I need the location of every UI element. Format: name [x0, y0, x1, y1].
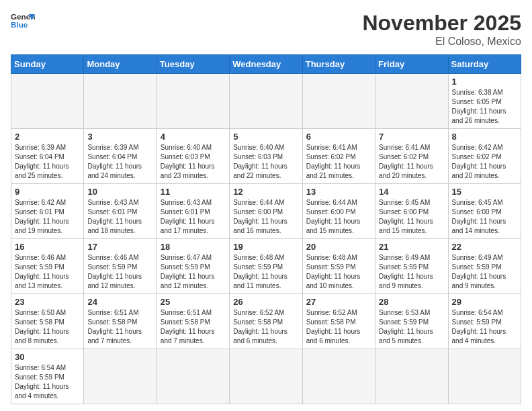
calendar-cell: 10Sunrise: 6:43 AMSunset: 6:01 PMDayligh…: [84, 184, 157, 239]
day-info: Sunrise: 6:46 AMSunset: 5:59 PMDaylight:…: [87, 253, 152, 291]
day-info: Sunrise: 6:54 AMSunset: 5:59 PMDaylight:…: [15, 363, 80, 401]
calendar-cell: [302, 349, 375, 404]
day-info: Sunrise: 6:48 AMSunset: 5:59 PMDaylight:…: [233, 253, 298, 291]
day-info: Sunrise: 6:51 AMSunset: 5:58 PMDaylight:…: [161, 308, 226, 346]
day-number: 23: [15, 297, 80, 307]
calendar-week-row-5: 23Sunrise: 6:50 AMSunset: 5:58 PMDayligh…: [11, 294, 521, 349]
calendar-cell: 12Sunrise: 6:44 AMSunset: 6:00 PMDayligh…: [230, 184, 302, 239]
day-number: 20: [306, 242, 371, 252]
calendar-cell: 30Sunrise: 6:54 AMSunset: 5:59 PMDayligh…: [11, 349, 84, 404]
calendar-header-friday: Friday: [375, 55, 448, 74]
calendar-header-wednesday: Wednesday: [230, 55, 302, 74]
day-number: 22: [452, 242, 517, 252]
day-number: 24: [87, 297, 152, 307]
day-info: Sunrise: 6:45 AMSunset: 6:00 PMDaylight:…: [452, 198, 517, 236]
calendar-cell: 17Sunrise: 6:46 AMSunset: 5:59 PMDayligh…: [84, 239, 157, 294]
calendar-cell: 5Sunrise: 6:40 AMSunset: 6:03 PMDaylight…: [230, 129, 302, 184]
title-block: November 2025 El Coloso, Mexico: [362, 11, 521, 48]
generalblue-logo-icon: General Blue: [11, 11, 35, 30]
calendar-header-row: SundayMondayTuesdayWednesdayThursdayFrid…: [11, 55, 521, 74]
calendar-header-sunday: Sunday: [11, 55, 84, 74]
calendar-cell: 2Sunrise: 6:39 AMSunset: 6:04 PMDaylight…: [11, 129, 84, 184]
day-number: 2: [15, 132, 80, 142]
calendar-cell: 14Sunrise: 6:45 AMSunset: 6:00 PMDayligh…: [375, 184, 448, 239]
calendar-header-monday: Monday: [84, 55, 157, 74]
day-number: 30: [15, 352, 80, 362]
day-info: Sunrise: 6:45 AMSunset: 6:00 PMDaylight:…: [379, 198, 444, 236]
calendar-cell: [448, 349, 521, 404]
day-info: Sunrise: 6:43 AMSunset: 6:01 PMDaylight:…: [161, 198, 226, 236]
calendar-week-row-4: 16Sunrise: 6:46 AMSunset: 5:59 PMDayligh…: [11, 239, 521, 294]
day-number: 16: [15, 242, 80, 252]
calendar-cell: 22Sunrise: 6:49 AMSunset: 5:59 PMDayligh…: [448, 239, 521, 294]
calendar-cell: [84, 74, 157, 129]
day-number: 6: [306, 132, 371, 142]
day-info: Sunrise: 6:52 AMSunset: 5:58 PMDaylight:…: [306, 308, 371, 346]
day-info: Sunrise: 6:44 AMSunset: 6:00 PMDaylight:…: [306, 198, 371, 236]
day-number: 7: [379, 132, 444, 142]
calendar-cell: 23Sunrise: 6:50 AMSunset: 5:58 PMDayligh…: [11, 294, 84, 349]
day-number: 26: [233, 297, 298, 307]
day-number: 15: [452, 187, 517, 197]
day-info: Sunrise: 6:53 AMSunset: 5:59 PMDaylight:…: [379, 308, 444, 346]
day-number: 17: [87, 242, 152, 252]
calendar-cell: [375, 74, 448, 129]
calendar-cell: 15Sunrise: 6:45 AMSunset: 6:00 PMDayligh…: [448, 184, 521, 239]
calendar-cell: 4Sunrise: 6:40 AMSunset: 6:03 PMDaylight…: [157, 129, 229, 184]
day-info: Sunrise: 6:42 AMSunset: 6:01 PMDaylight:…: [15, 198, 80, 236]
day-info: Sunrise: 6:44 AMSunset: 6:00 PMDaylight:…: [233, 198, 298, 236]
calendar-header-saturday: Saturday: [448, 55, 521, 74]
day-number: 28: [379, 297, 444, 307]
day-number: 12: [233, 187, 298, 197]
day-info: Sunrise: 6:38 AMSunset: 6:05 PMDaylight:…: [452, 88, 517, 126]
day-number: 11: [161, 187, 226, 197]
calendar-cell: [375, 349, 448, 404]
calendar-cell: 25Sunrise: 6:51 AMSunset: 5:58 PMDayligh…: [157, 294, 229, 349]
calendar-week-row-1: 1Sunrise: 6:38 AMSunset: 6:05 PMDaylight…: [11, 74, 521, 129]
calendar-cell: 26Sunrise: 6:52 AMSunset: 5:58 PMDayligh…: [230, 294, 302, 349]
calendar-cell: 7Sunrise: 6:41 AMSunset: 6:02 PMDaylight…: [375, 129, 448, 184]
calendar-cell: 16Sunrise: 6:46 AMSunset: 5:59 PMDayligh…: [11, 239, 84, 294]
day-number: 27: [306, 297, 371, 307]
day-number: 25: [161, 297, 226, 307]
day-info: Sunrise: 6:49 AMSunset: 5:59 PMDaylight:…: [452, 253, 517, 291]
calendar-cell: 28Sunrise: 6:53 AMSunset: 5:59 PMDayligh…: [375, 294, 448, 349]
calendar-cell: 19Sunrise: 6:48 AMSunset: 5:59 PMDayligh…: [230, 239, 302, 294]
calendar-cell: [230, 74, 302, 129]
calendar-cell: 24Sunrise: 6:51 AMSunset: 5:58 PMDayligh…: [84, 294, 157, 349]
day-info: Sunrise: 6:52 AMSunset: 5:58 PMDaylight:…: [233, 308, 298, 346]
day-info: Sunrise: 6:48 AMSunset: 5:59 PMDaylight:…: [306, 253, 371, 291]
day-info: Sunrise: 6:47 AMSunset: 5:59 PMDaylight:…: [161, 253, 226, 291]
day-number: 14: [379, 187, 444, 197]
day-number: 3: [87, 132, 152, 142]
day-info: Sunrise: 6:49 AMSunset: 5:59 PMDaylight:…: [379, 253, 444, 291]
day-info: Sunrise: 6:43 AMSunset: 6:01 PMDaylight:…: [87, 198, 152, 236]
calendar-cell: 20Sunrise: 6:48 AMSunset: 5:59 PMDayligh…: [302, 239, 375, 294]
calendar-cell: 13Sunrise: 6:44 AMSunset: 6:00 PMDayligh…: [302, 184, 375, 239]
day-number: 9: [15, 187, 80, 197]
calendar-cell: 29Sunrise: 6:54 AMSunset: 5:59 PMDayligh…: [448, 294, 521, 349]
calendar-cell: [157, 74, 229, 129]
calendar-cell: 11Sunrise: 6:43 AMSunset: 6:01 PMDayligh…: [157, 184, 229, 239]
day-number: 1: [452, 77, 517, 87]
day-info: Sunrise: 6:40 AMSunset: 6:03 PMDaylight:…: [161, 143, 226, 181]
calendar-cell: 27Sunrise: 6:52 AMSunset: 5:58 PMDayligh…: [302, 294, 375, 349]
logo: General Blue: [11, 11, 35, 30]
calendar-cell: [302, 74, 375, 129]
day-number: 13: [306, 187, 371, 197]
day-info: Sunrise: 6:50 AMSunset: 5:58 PMDaylight:…: [15, 308, 80, 346]
calendar-table: SundayMondayTuesdayWednesdayThursdayFrid…: [11, 54, 521, 404]
calendar-header-tuesday: Tuesday: [157, 55, 229, 74]
calendar-week-row-3: 9Sunrise: 6:42 AMSunset: 6:01 PMDaylight…: [11, 184, 521, 239]
calendar-cell: [11, 74, 84, 129]
calendar-cell: 8Sunrise: 6:42 AMSunset: 6:02 PMDaylight…: [448, 129, 521, 184]
day-info: Sunrise: 6:41 AMSunset: 6:02 PMDaylight:…: [306, 143, 371, 181]
day-info: Sunrise: 6:42 AMSunset: 6:02 PMDaylight:…: [452, 143, 517, 181]
calendar-cell: 6Sunrise: 6:41 AMSunset: 6:02 PMDaylight…: [302, 129, 375, 184]
day-info: Sunrise: 6:54 AMSunset: 5:59 PMDaylight:…: [452, 308, 517, 346]
day-info: Sunrise: 6:39 AMSunset: 6:04 PMDaylight:…: [87, 143, 152, 181]
calendar-header-thursday: Thursday: [302, 55, 375, 74]
calendar-cell: 1Sunrise: 6:38 AMSunset: 6:05 PMDaylight…: [448, 74, 521, 129]
day-info: Sunrise: 6:40 AMSunset: 6:03 PMDaylight:…: [233, 143, 298, 181]
calendar-cell: [157, 349, 229, 404]
